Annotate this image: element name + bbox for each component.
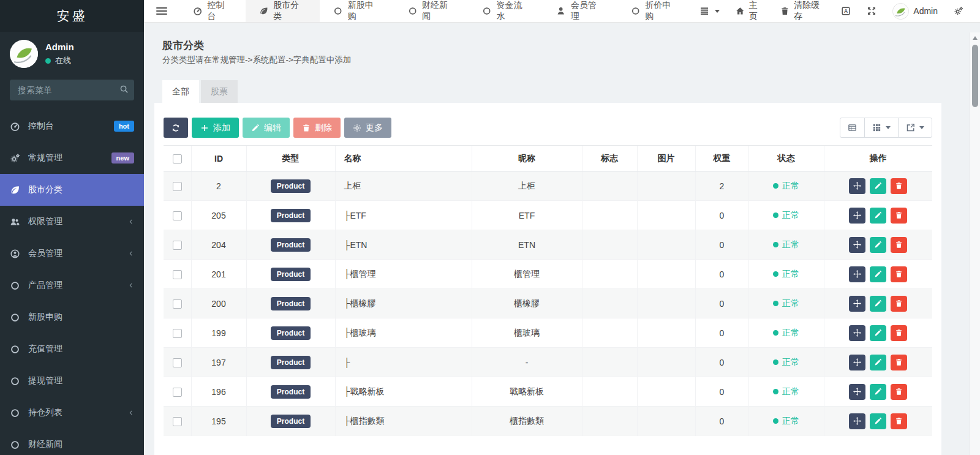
- columns-button[interactable]: [864, 118, 899, 138]
- delete-row-button[interactable]: [891, 178, 907, 194]
- edit-button[interactable]: 编辑: [243, 118, 290, 138]
- sidebar-item-label: 新股申购: [28, 312, 62, 323]
- delete-row-button[interactable]: [891, 355, 907, 370]
- nav-tab[interactable]: 会员管理: [543, 0, 617, 22]
- row-checkbox[interactable]: [173, 211, 182, 220]
- move-button[interactable]: [849, 237, 865, 253]
- cell-id: 205: [191, 201, 246, 230]
- move-icon: [853, 211, 861, 219]
- edit-row-button[interactable]: [870, 325, 886, 341]
- menu-badge: new: [111, 152, 134, 164]
- edit-row-button[interactable]: [870, 413, 886, 429]
- delete-button[interactable]: 删除: [293, 118, 341, 138]
- sidebar-item[interactable]: 权限管理: [0, 206, 144, 238]
- sidebar-item-label: 产品管理: [28, 280, 62, 291]
- sidebar-item[interactable]: 会员管理: [0, 238, 144, 269]
- delete-row-button[interactable]: [891, 413, 907, 429]
- language-icon[interactable]: A: [833, 0, 859, 22]
- scrollbar[interactable]: [970, 32, 980, 455]
- delete-row-button[interactable]: [891, 208, 907, 224]
- row-checkbox[interactable]: [173, 241, 182, 250]
- clear-cache-link[interactable]: 清除缓存: [772, 0, 833, 22]
- nav-tab-label: 控制台: [207, 0, 232, 22]
- hamburger-menu-icon[interactable]: [144, 0, 179, 22]
- filter-tab[interactable]: 股票: [201, 80, 238, 103]
- move-button[interactable]: [849, 355, 865, 370]
- user-menu-label: Admin: [913, 6, 938, 16]
- cell-weight: 0: [695, 201, 748, 230]
- more-button[interactable]: 更多: [344, 118, 391, 138]
- move-button[interactable]: [849, 266, 865, 282]
- sidebar-item[interactable]: 产品管理: [0, 269, 144, 301]
- toggle-view-button[interactable]: [840, 118, 865, 138]
- move-button[interactable]: [849, 296, 865, 312]
- circle-icon: [10, 280, 20, 291]
- row-checkbox[interactable]: [173, 329, 182, 338]
- export-button[interactable]: [898, 118, 932, 138]
- row-checkbox[interactable]: [173, 182, 182, 191]
- move-icon: [853, 388, 861, 396]
- move-button[interactable]: [849, 384, 865, 400]
- edit-row-button[interactable]: [870, 208, 886, 224]
- select-all-checkbox[interactable]: [173, 154, 182, 164]
- search-input[interactable]: [10, 80, 134, 100]
- edit-row-button[interactable]: [870, 355, 886, 370]
- home-link[interactable]: 主页: [728, 0, 772, 22]
- filter-tab[interactable]: 全部: [162, 80, 199, 103]
- cell-image: [637, 260, 695, 289]
- cell-id: 195: [191, 407, 246, 436]
- delete-row-button[interactable]: [891, 296, 907, 312]
- refresh-button[interactable]: [164, 118, 188, 138]
- sidebar-item[interactable]: 新股申购: [0, 301, 144, 333]
- tabs-list-dropdown[interactable]: [692, 0, 728, 22]
- dashboard-icon: [193, 6, 202, 16]
- chevron-left-icon: [128, 250, 134, 257]
- row-checkbox[interactable]: [173, 270, 182, 279]
- scroll-thumb[interactable]: [972, 45, 978, 107]
- delete-row-button[interactable]: [891, 237, 907, 253]
- scroll-up-arrow-icon[interactable]: [973, 36, 978, 40]
- sidebar-item[interactable]: 股市分类: [0, 174, 144, 206]
- nav-tab[interactable]: 控制台: [179, 0, 246, 22]
- edit-row-button[interactable]: [870, 266, 886, 282]
- move-button[interactable]: [849, 413, 865, 429]
- nav-tab[interactable]: 财经新闻: [394, 0, 469, 22]
- user-menu[interactable]: Admin: [884, 0, 946, 22]
- edit-row-button[interactable]: [870, 237, 886, 253]
- row-checkbox[interactable]: [173, 299, 182, 309]
- sidebar-item[interactable]: 持仓列表: [0, 397, 144, 429]
- add-button[interactable]: 添加: [192, 118, 239, 138]
- delete-row-button[interactable]: [891, 266, 907, 282]
- search-icon[interactable]: [119, 85, 129, 94]
- nav-tab[interactable]: 资金流水: [469, 0, 543, 22]
- cell-name: ├櫃玻璃: [335, 318, 472, 348]
- nav-tab[interactable]: 股市分类: [246, 0, 320, 22]
- nav-tab[interactable]: 新股申购: [320, 0, 394, 22]
- edit-row-button[interactable]: [870, 178, 886, 194]
- move-button[interactable]: [849, 178, 865, 194]
- pencil-icon: [874, 388, 882, 396]
- row-checkbox[interactable]: [173, 417, 182, 426]
- gear-icon: [353, 124, 361, 132]
- circle-icon: [10, 312, 20, 323]
- sidebar-item[interactable]: 常规管理 new: [0, 142, 144, 174]
- edit-row-button[interactable]: [870, 296, 886, 312]
- delete-row-button[interactable]: [891, 325, 907, 341]
- cell-image: [637, 201, 695, 230]
- row-checkbox[interactable]: [173, 358, 182, 367]
- row-checkbox[interactable]: [173, 388, 182, 397]
- sidebar-item[interactable]: 提现管理: [0, 365, 144, 397]
- sidebar-item[interactable]: 充值管理: [0, 333, 144, 365]
- edit-row-button[interactable]: [870, 384, 886, 400]
- cell-flag: [582, 348, 637, 377]
- sidebar-item[interactable]: 控制台 hot: [0, 110, 144, 142]
- move-button[interactable]: [849, 208, 865, 224]
- settings-gear-icon[interactable]: [946, 0, 971, 22]
- refresh-icon: [172, 124, 180, 132]
- status-label: 正常: [782, 416, 799, 426]
- sidebar-item[interactable]: 财经新闻: [0, 429, 144, 455]
- delete-row-button[interactable]: [891, 384, 907, 400]
- nav-tab[interactable]: 折价申购: [617, 0, 692, 22]
- move-button[interactable]: [849, 325, 865, 341]
- fullscreen-icon[interactable]: [859, 0, 884, 22]
